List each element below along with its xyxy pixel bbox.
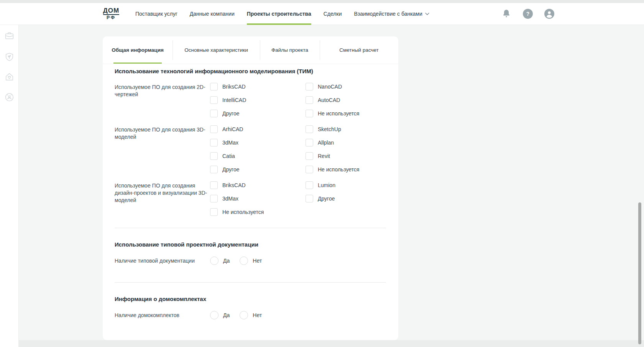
checkbox[interactable] — [210, 83, 218, 90]
checkbox-label[interactable]: BriksCAD — [222, 182, 246, 188]
sidebar-item-house[interactable] — [0, 71, 19, 82]
checkbox-option[interactable]: 3dMax — [210, 195, 306, 202]
radio-option-yes[interactable]: Да — [210, 257, 230, 265]
nav-label: Проекты строительства — [247, 11, 311, 17]
radio-option-no[interactable]: Нет — [240, 311, 262, 319]
profile-icon[interactable] — [544, 8, 555, 19]
checkbox-label[interactable]: NanoCAD — [318, 84, 342, 90]
checkbox-option[interactable]: NanoCAD — [306, 83, 386, 90]
checkbox-option[interactable]: Revit — [306, 152, 386, 160]
main-nav: Поставщик услуг Данные компании Проекты … — [123, 3, 429, 25]
nav-item-deals[interactable]: Сделки — [324, 3, 342, 25]
checkbox-label[interactable]: BriksCAD — [222, 84, 246, 90]
left-sidebar — [0, 25, 19, 347]
radio-button[interactable] — [210, 257, 219, 265]
checkbox-option[interactable]: IntelliCAD — [210, 96, 306, 104]
checkbox-option[interactable]: Lumion — [306, 181, 386, 189]
nav-item-services-provider[interactable]: Поставщик услуг — [135, 3, 177, 25]
checkbox-option[interactable]: AutoCAD — [306, 96, 386, 104]
checkbox-label[interactable]: Не используется — [222, 209, 264, 215]
tab-main-characteristics[interactable]: Основные характеристики — [172, 36, 260, 64]
help-icon[interactable]: ? — [522, 8, 533, 19]
checkbox-label[interactable]: Другое — [318, 196, 335, 202]
checkbox-label[interactable]: AutoCAD — [318, 97, 340, 103]
person-circle-icon — [4, 92, 15, 102]
checkbox[interactable] — [210, 181, 218, 189]
checkbox-option[interactable]: BriksCAD — [210, 181, 306, 189]
checkbox[interactable] — [210, 110, 218, 117]
form-tabs: Общая информация Основные характеристики… — [103, 36, 398, 64]
checkbox[interactable] — [306, 195, 313, 202]
checkbox[interactable] — [210, 166, 218, 173]
nav-item-bank-interaction[interactable]: Взаимодействие с банками — [354, 3, 429, 25]
nav-label: Данные компании — [190, 11, 235, 17]
checkbox[interactable] — [210, 152, 218, 160]
checkbox-option[interactable]: SketchUp — [306, 125, 386, 133]
checkbox[interactable] — [306, 96, 313, 104]
checkbox-label[interactable]: Revit — [318, 153, 330, 159]
radio-option-yes[interactable]: Да — [210, 311, 230, 319]
checkbox[interactable] — [210, 125, 218, 133]
checkbox-option[interactable]: Не используется — [210, 208, 306, 216]
checkbox[interactable] — [306, 110, 313, 117]
section-title-typical-docs: Использование типовой проектной документ… — [115, 241, 386, 248]
section-title-house-kits: Информация о домокомплектах — [115, 296, 386, 303]
radio-label[interactable]: Да — [223, 258, 230, 264]
checkbox-option[interactable]: Catia — [210, 152, 306, 160]
checkbox-option[interactable]: Другое — [210, 110, 306, 117]
checkbox-label[interactable]: IntelliCAD — [222, 97, 246, 103]
checkbox[interactable] — [210, 195, 218, 202]
checkbox[interactable] — [210, 96, 218, 104]
bell-icon[interactable] — [501, 8, 512, 19]
vertical-scrollbar-thumb[interactable] — [638, 202, 641, 344]
checkbox-label[interactable]: ArhiCAD — [222, 126, 243, 132]
field-label: Используемое ПО для создания 2D-чертежей — [115, 83, 210, 117]
checkbox-option[interactable]: Другое — [306, 195, 386, 202]
sidebar-item-briefcase[interactable] — [0, 30, 19, 41]
checkbox-label[interactable]: Не используется — [318, 110, 359, 117]
radio-button[interactable] — [240, 257, 248, 265]
checkbox-option[interactable]: 3dMax — [210, 139, 306, 146]
tab-general-info[interactable]: Общая информация — [103, 36, 172, 64]
checkbox-label[interactable]: Другое — [222, 110, 239, 117]
radio-label[interactable]: Нет — [253, 312, 262, 318]
checkbox[interactable] — [306, 125, 313, 133]
checkbox-column: Lumion Другое — [306, 181, 386, 202]
checkbox[interactable] — [210, 208, 218, 216]
domrf-logo[interactable]: ДОМ РФ — [102, 7, 120, 20]
checkbox-label[interactable]: 3dMax — [222, 140, 238, 146]
checkbox-label[interactable]: Lumion — [318, 182, 335, 188]
radio-button[interactable] — [210, 311, 219, 319]
checkbox[interactable] — [306, 166, 313, 173]
checkbox-option[interactable]: Не используется — [306, 166, 386, 173]
checkbox-label[interactable]: Allplan — [318, 140, 334, 146]
checkbox-column: BriksCAD IntelliCAD Другое — [210, 83, 306, 117]
house-heart-icon — [4, 72, 15, 82]
checkbox[interactable] — [306, 152, 313, 160]
checkbox-label[interactable]: SketchUp — [318, 126, 341, 132]
radio-label[interactable]: Да — [223, 312, 230, 318]
checkbox[interactable] — [210, 139, 218, 146]
tab-project-files[interactable]: Файлы проекта — [260, 36, 320, 64]
checkbox-option[interactable]: Другое — [210, 166, 306, 173]
tab-label: Основные характеристики — [184, 47, 248, 53]
checkbox-label[interactable]: Другое — [222, 166, 239, 173]
checkbox[interactable] — [306, 139, 313, 146]
radio-button[interactable] — [240, 311, 248, 319]
checkbox-option[interactable]: BriksCAD — [210, 83, 306, 90]
checkbox-option[interactable]: Не используется — [306, 110, 386, 117]
checkbox-label[interactable]: Не используется — [318, 166, 359, 173]
sidebar-item-shield[interactable] — [0, 51, 19, 62]
nav-item-construction-projects[interactable]: Проекты строительства — [247, 3, 311, 25]
tab-estimate-calculation[interactable]: Сметный расчет — [320, 36, 398, 64]
nav-item-company-data[interactable]: Данные компании — [190, 3, 235, 25]
checkbox-option[interactable]: Allplan — [306, 139, 386, 146]
checkbox[interactable] — [306, 83, 313, 90]
checkbox-option[interactable]: ArhiCAD — [210, 125, 306, 133]
checkbox-label[interactable]: Catia — [222, 153, 235, 159]
checkbox-label[interactable]: 3dMax — [222, 196, 238, 202]
radio-label[interactable]: Нет — [253, 258, 262, 264]
sidebar-item-person-badge[interactable] — [0, 91, 19, 103]
checkbox[interactable] — [306, 181, 313, 189]
radio-option-no[interactable]: Нет — [240, 257, 262, 265]
